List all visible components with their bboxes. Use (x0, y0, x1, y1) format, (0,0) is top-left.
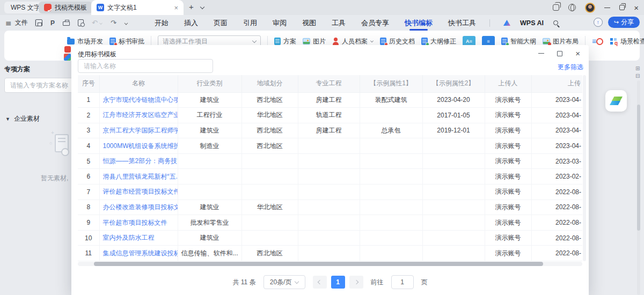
avatar[interactable] (585, 3, 595, 13)
more-filters-link[interactable]: 更多筛选 (558, 63, 583, 72)
market-dev-button[interactable]: 市场开发 (67, 37, 103, 46)
menu-item[interactable]: 插入 (184, 15, 198, 31)
menu-items: 开始插入页面引用审阅视图工具会员专享快书编标快书工具 (155, 15, 476, 31)
file-menu-button[interactable]: ≡ 文件 (5, 15, 39, 31)
template-name-link[interactable]: 室内外及防水工程 (103, 234, 155, 241)
table-horizontal-scrollbar-thumb[interactable] (94, 262, 543, 266)
menu-item[interactable]: 快书编标 (405, 15, 433, 31)
table-row[interactable]: 7评价超市经营项目投标文件演示账号2022-08- (78, 185, 582, 200)
menu-item[interactable]: 视图 (302, 15, 316, 31)
current-page-button[interactable]: 1 (331, 276, 345, 289)
tab-template-store[interactable]: 找稿壳模板 (39, 2, 92, 13)
empty-state-text: 暂无素材, (41, 174, 68, 183)
print-preview-icon[interactable] (78, 19, 84, 26)
image-layout-button[interactable]: 图片布局 (543, 37, 579, 46)
minimize-icon[interactable] (604, 8, 610, 8)
wps-ai-button[interactable]: WPS AI (520, 19, 544, 27)
skin-icon[interactable] (568, 4, 576, 11)
share-button[interactable]: ↪ 分享 (608, 17, 640, 28)
table-row[interactable]: 8办公楼改造装修项目投标文件建筑业华北地区演示账号2022-08- (78, 200, 582, 215)
table-row[interactable]: 11集成信息管理系统建设投标书信息传输、软件和...西北地区演示账号2022-0… (78, 246, 582, 261)
table-header-cell: 地域划分 (241, 75, 298, 92)
undo-icon[interactable]: ↶ (92, 19, 98, 27)
table-row[interactable]: 10室内外及防水工程建筑业演示账号2022-08- (78, 230, 582, 246)
plugin-launcher-button[interactable] (605, 90, 627, 112)
bid-approval-button[interactable]: 标书审批 (109, 37, 144, 46)
print-icon[interactable] (63, 21, 70, 26)
template-name-link[interactable]: 集成信息管理系统建设投标书 (103, 249, 178, 257)
cloud-upload-icon[interactable]: ↑ (594, 18, 603, 27)
smart-outline-button[interactable]: 智能大纲 (501, 37, 536, 46)
vertical-scrollbar-thumb[interactable] (637, 105, 640, 231)
table-row[interactable]: 1永宁市现代冷链物流中心项...建筑业西北地区房建工程装配式建筑2023-04-… (78, 92, 582, 108)
menu-item[interactable]: 会员专享 (361, 15, 389, 31)
s-logo-icon (610, 101, 620, 105)
menu-item[interactable]: 审阅 (273, 15, 287, 31)
outline-fix-button[interactable]: 大纲修正 (421, 37, 456, 46)
ruler-toggle-icon[interactable]: ⊞ (635, 66, 640, 71)
scene-check-button[interactable]: 场景检查 (610, 37, 644, 46)
template-name-link[interactable]: 1000MW机组设备系统维护... (103, 142, 178, 150)
plan-button[interactable]: 方案 (274, 37, 296, 46)
image-icon (303, 38, 310, 45)
table-header-cell: 序号 (78, 75, 99, 92)
dialog-minimize-icon[interactable] (538, 53, 544, 54)
page-unit-label: 页 (421, 278, 428, 287)
next-page-button[interactable] (349, 276, 363, 289)
use-bid-template-dialog: 使用标书模板 × 更多筛选 序号名称行业类别地域划分专业工程【示例属性1】【示例… (71, 45, 589, 295)
goto-label: 前往 (371, 278, 384, 287)
table-row[interactable]: 5恒源——第2部分：商务技...演示账号2023-03- (78, 153, 582, 169)
menu-item[interactable]: 引用 (243, 15, 257, 31)
table-row[interactable]: 6滑县八里营镇龙苑新村“五...演示账号2023-02- (78, 169, 582, 185)
new-tab-button[interactable]: + (189, 2, 194, 11)
table-row[interactable]: 2江舟市经济开发区临空产业...工程行业华北地区轨道工程2017-01-05演示… (78, 108, 582, 123)
tab-list-chevron-icon[interactable] (200, 5, 204, 9)
table-row[interactable]: 41000MW机组设备系统维护...制造业西北地区演示账号2023-04- (78, 138, 582, 154)
sidebar-section-company-assets[interactable]: ▼ 企业素材 (5, 114, 40, 123)
page-size-select[interactable]: 20条/页 (264, 275, 305, 289)
empty-state-magnifier-icon (61, 148, 69, 156)
share-arrow-icon: ↪ (614, 19, 619, 26)
menu-item[interactable]: 开始 (155, 15, 169, 31)
template-name-link[interactable]: 恒源——第2部分：商务技... (103, 157, 178, 165)
prev-page-button[interactable] (313, 276, 327, 289)
collapse-triangle-icon[interactable]: ▼ (5, 116, 10, 122)
undo-chevron-icon[interactable] (99, 21, 103, 25)
ai-check-icon[interactable] (592, 37, 604, 46)
customize-toolbar-chevron-icon[interactable] (124, 21, 128, 25)
redo-icon[interactable]: ↷ (111, 19, 116, 27)
search-icon[interactable] (553, 20, 558, 25)
template-name-link[interactable]: 京州工程大学国际工程师学... (103, 127, 178, 134)
template-name-link[interactable]: 评价超市经营项目投标文件 (103, 188, 178, 195)
history-doc-button[interactable]: 历史文档 (380, 37, 415, 46)
menu-item[interactable]: 快书工具 (448, 15, 476, 31)
table-row[interactable]: 9平价超市项目投标文件批发和零售业演示账号2022-08- (78, 215, 582, 231)
sidebar-section-label: 企业素材 (14, 114, 40, 123)
image-button[interactable]: 图片 (303, 37, 326, 46)
restore-icon[interactable] (619, 5, 625, 10)
table-row[interactable]: 3京州工程大学国际工程师学...建筑业西北地区房建工程总承包2019-12-01… (78, 123, 582, 138)
tab-document[interactable]: W 文字文稿1 × (91, 0, 184, 15)
goto-page-input[interactable] (391, 275, 414, 289)
gridline-toggle-icon[interactable]: ⊟ (635, 73, 640, 79)
dialog-maximize-icon[interactable] (557, 51, 562, 56)
dialog-close-icon[interactable]: × (575, 49, 580, 57)
save-icon[interactable] (35, 19, 42, 26)
template-name-link[interactable]: 平价超市项目投标文件 (103, 219, 167, 226)
export-pdf-icon[interactable]: P (50, 19, 55, 27)
menu-item[interactable]: 工具 (332, 15, 346, 31)
divider (489, 19, 490, 27)
template-name-link[interactable]: 滑县八里营镇龙苑新村“五... (103, 173, 178, 180)
template-name-link[interactable]: 办公楼改造装修项目投标文件 (103, 203, 178, 211)
tab-manage-icon[interactable] (553, 4, 559, 11)
close-icon[interactable]: × (174, 4, 178, 12)
template-name-search-input[interactable] (78, 59, 213, 73)
menu-item[interactable]: 页面 (214, 15, 228, 31)
pagination: 共 11 条 20条/页 1 前往 页 (78, 275, 582, 290)
close-window-icon[interactable]: × (634, 4, 639, 12)
template-name-link[interactable]: 江舟市经济开发区临空产业... (103, 111, 178, 119)
table-header-cell: 专业工程 (298, 75, 360, 92)
template-name-link[interactable]: 永宁市现代冷链物流中心项... (103, 96, 178, 104)
table-vertical-scrollbar[interactable] (583, 75, 586, 261)
personnel-button[interactable]: 人员档案 (332, 37, 374, 46)
